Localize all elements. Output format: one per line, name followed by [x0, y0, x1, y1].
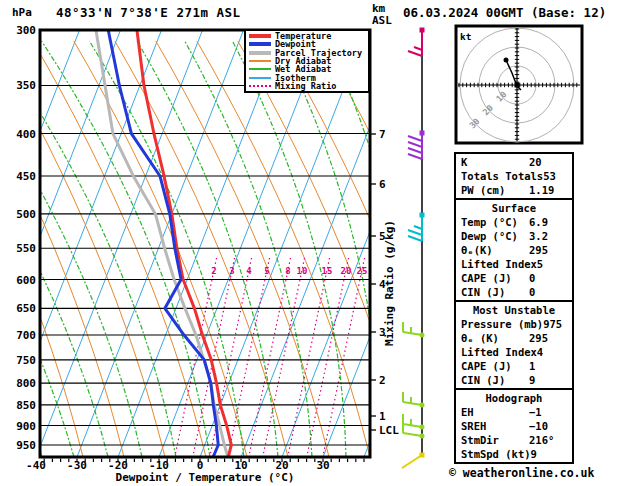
table-row: StmSpd (kt)9	[461, 447, 567, 461]
legend-line-sample	[249, 51, 271, 55]
table-section-title: Surface	[461, 201, 567, 215]
table-row: Lifted Index5	[461, 257, 567, 271]
table-row: CAPE (J)1	[461, 359, 567, 373]
table-row: Dewp (°C)3.2	[461, 229, 567, 243]
table-row-label: CAPE (J)	[461, 271, 529, 285]
svg-text:500: 500	[16, 208, 36, 221]
legend-line-sample	[249, 68, 271, 70]
svg-text:20: 20	[341, 266, 352, 276]
table-row-label: Lifted Index	[461, 257, 537, 271]
svg-text:4: 4	[246, 266, 252, 276]
legend-item-label: Mixing Ratio	[275, 82, 336, 90]
svg-text:800: 800	[16, 377, 36, 390]
svg-text:400: 400	[16, 128, 36, 141]
svg-text:25: 25	[357, 266, 368, 276]
table-row: CAPE (J)0	[461, 271, 567, 285]
svg-text:950: 950	[16, 439, 36, 452]
wind-barb	[408, 131, 425, 160]
table-row: Temp (°C)6.9	[461, 215, 567, 229]
svg-text:850: 850	[16, 399, 36, 412]
table-row-value: 20	[529, 155, 567, 169]
table-row: EH−1	[461, 405, 567, 419]
svg-text:600: 600	[16, 274, 36, 287]
table-row-value: 295	[529, 243, 567, 257]
table-row-value: 9	[531, 447, 569, 461]
table-row-label: Totals Totals	[461, 169, 543, 183]
table-row-label: Lifted Index	[461, 345, 537, 359]
table-row-value: 5	[537, 257, 575, 271]
copyright: © weatheronline.co.uk	[449, 466, 594, 480]
table-row-value: 0	[529, 285, 567, 299]
svg-text:650: 650	[16, 302, 36, 315]
legend-line-sample	[249, 42, 271, 46]
table-row: Pressure (mb)975	[461, 317, 567, 331]
hodograph-unit-label: kt	[460, 31, 471, 42]
mixing-ratio-labels: 2345810152025	[211, 266, 367, 276]
table-row: K20	[461, 155, 567, 169]
wind-barb	[408, 213, 425, 242]
table-row-label: θₑ (K)	[461, 331, 529, 345]
pressure-unit-label: hPa	[12, 6, 32, 19]
table-row: StmDir216°	[461, 433, 567, 447]
x-axis-label: Dewpoint / Temperature (°C)	[40, 471, 370, 484]
svg-text:550: 550	[16, 242, 36, 255]
table-row-value: 3.2	[529, 229, 567, 243]
table-row-value: −10	[529, 419, 567, 433]
run-datetime: 06.03.2024 00GMT (Base: 12)	[403, 5, 606, 20]
altitude-unit-asl: ASL	[372, 15, 392, 27]
svg-text:2: 2	[379, 374, 386, 387]
table-row-label: EH	[461, 405, 529, 419]
svg-text:7: 7	[379, 128, 386, 141]
table-row-label: K	[461, 155, 529, 169]
table-row-label: StmDir	[461, 433, 529, 447]
svg-text:750: 750	[16, 354, 36, 367]
legend-line-sample	[249, 85, 271, 87]
station-title: 48°33'N 7°38'E 271m ASL	[56, 5, 241, 20]
mixing-ratio-axis-label: Mixing Ratio (g/kg)	[383, 220, 396, 346]
table-row: θₑ(K)295	[461, 243, 567, 257]
table-row: CIN (J)9	[461, 373, 567, 387]
pressure-axis-labels: 3003504004505005506006507007508008509009…	[16, 24, 36, 452]
svg-text:700: 700	[16, 329, 36, 342]
svg-text:900: 900	[16, 420, 36, 433]
lcl-label: LCL	[379, 424, 399, 437]
table-row-value: 975	[543, 317, 581, 331]
legend-line-sample	[249, 60, 271, 62]
svg-text:350: 350	[16, 79, 36, 92]
wind-barb-column	[402, 28, 425, 469]
table-row-value: 53	[543, 169, 581, 183]
svg-text:3: 3	[229, 266, 234, 276]
svg-text:2: 2	[211, 266, 216, 276]
altitude-unit-label: km ASL	[372, 3, 392, 27]
legend-box: TemperatureDewpointParcel TrajectoryDry …	[244, 29, 370, 93]
table-row-label: Dewp (°C)	[461, 229, 529, 243]
isotherm-grid	[0, 30, 531, 457]
svg-text:10: 10	[297, 266, 308, 276]
table-row-value: −1	[529, 405, 567, 419]
svg-text:6: 6	[379, 178, 386, 191]
legend-item-mixing-ratio: Mixing Ratio	[249, 82, 366, 90]
table-row-value: 9	[529, 373, 567, 387]
table-row: Totals Totals53	[461, 169, 567, 183]
hodograph: 102030kt	[456, 26, 582, 143]
table-row-label: SREH	[461, 419, 529, 433]
table-row-value: 1	[529, 359, 567, 373]
table-row: PW (cm)1.19	[461, 183, 567, 197]
table-section-title: Hodograph	[461, 391, 567, 405]
table-row: θₑ (K)295	[461, 331, 567, 345]
wind-barb	[408, 28, 425, 57]
table-row-label: CIN (J)	[461, 373, 529, 387]
svg-text:450: 450	[16, 170, 36, 183]
table-row-label: Temp (°C)	[461, 215, 529, 229]
table-section-surface: SurfaceTemp (°C)6.9Dewp (°C)3.2θₑ(K)295L…	[454, 198, 574, 302]
temperature-axis-labels: -40-30-20-100102030	[26, 459, 364, 473]
table-row-value: 1.19	[529, 183, 567, 197]
table-row-label: θₑ(K)	[461, 243, 529, 257]
svg-text:15: 15	[322, 266, 333, 276]
svg-text:8: 8	[285, 266, 290, 276]
legend-line-sample	[249, 77, 271, 79]
table-section-title: Most Unstable	[461, 303, 567, 317]
table-row-label: CIN (J)	[461, 285, 529, 299]
svg-text:5: 5	[264, 266, 269, 276]
table-row-label: Pressure (mb)	[461, 317, 543, 331]
